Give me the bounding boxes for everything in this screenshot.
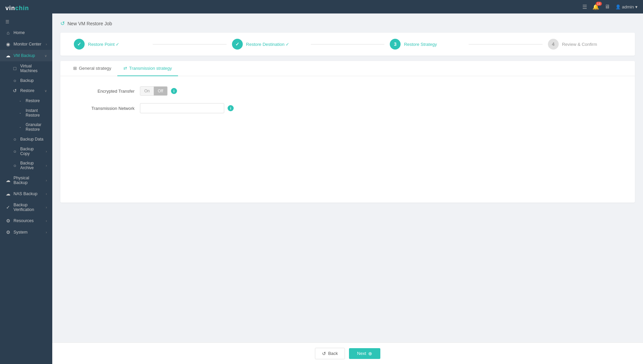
vm-backup-icon: ☁: [5, 53, 11, 58]
next-label: Next: [357, 351, 366, 356]
wizard-step-2: ✓ Restore Destination ✓: [232, 39, 305, 50]
notification-badge: 13: [596, 2, 602, 6]
alert-icon[interactable]: 🔔 13: [592, 4, 599, 10]
main-area: ☰ 🔔 13 🖥 👤 admin ▾ ↺ New VM Restore Job …: [52, 0, 643, 364]
wizard-connector-3: [469, 44, 542, 44]
wizard-connector-2: [311, 44, 384, 44]
sidebar-item-backup-verification[interactable]: ✓ Backup Verification ›: [0, 200, 52, 215]
sidebar-item-backup-copy[interactable]: ○ Backup Copy ›: [9, 144, 52, 158]
sidebar-item-restore[interactable]: ↺ Restore ∨: [9, 86, 52, 96]
chevron-right-icon-system: ›: [46, 231, 47, 234]
desktop-icon[interactable]: 🖥: [605, 4, 610, 10]
chevron-right-icon-archive: ›: [46, 164, 47, 168]
sidebar-item-home[interactable]: ⌂ Home: [0, 27, 52, 38]
encrypted-transfer-label: Encrypted Transfer: [74, 89, 135, 94]
sidebar-label-vms: Virtual Machines: [20, 64, 47, 73]
sidebar-item-nas-backup[interactable]: ☁ NAS Backup ›: [0, 188, 52, 200]
transmission-network-row: Transmission Network i: [74, 103, 621, 113]
encrypted-transfer-row: Encrypted Transfer On Off i: [74, 86, 621, 96]
wizard-connector-1: [153, 44, 226, 44]
sidebar-item-vm-backup[interactable]: ☁ VM Backup ∨: [0, 50, 52, 61]
strategy-tabs: ⊞ General strategy ⇄ Transmission strate…: [60, 61, 635, 76]
sidebar-label-verification: Backup Verification: [13, 203, 43, 212]
restore-header-icon: ↺: [60, 20, 65, 27]
sidebar-label-backup-copy: Backup Copy: [20, 147, 43, 156]
sidebar-label-vm-backup: VM Backup: [13, 53, 35, 58]
sidebar-item-granular-restore[interactable]: · Granular Restore: [15, 120, 52, 134]
sidebar-item-backup[interactable]: ○ Backup: [9, 75, 52, 86]
sidebar-item-restore-sub[interactable]: · Restore: [15, 96, 52, 106]
page-title: New VM Restore Job: [67, 21, 112, 26]
logo-text: vinchin: [5, 5, 29, 12]
chevron-down-icon-restore: ∨: [45, 89, 47, 93]
chevron-right-icon-physical: ›: [46, 179, 47, 182]
notifications-button[interactable]: ☰: [582, 4, 587, 10]
logo-vin: vin: [5, 5, 15, 11]
logo: vinchin: [0, 0, 52, 17]
physical-backup-icon: ☁: [5, 178, 11, 183]
transmission-tab-label: Transmission strategy: [129, 66, 172, 71]
backup-archive-icon: ○: [12, 163, 18, 168]
step-2-label: Restore Destination ✓: [246, 42, 290, 47]
user-dropdown-icon: ▾: [635, 4, 638, 9]
chevron-right-icon-resources: ›: [46, 219, 47, 223]
wizard-step-4: 4 Review & Confirm: [548, 39, 621, 50]
sidebar-label-instant-restore: Instant Restore: [26, 108, 47, 118]
transmission-network-info-icon[interactable]: i: [228, 105, 234, 111]
sidebar-item-resources[interactable]: ⚙ Resources ›: [0, 215, 52, 226]
user-label: admin: [622, 4, 634, 9]
step-4-label: Review & Confirm: [562, 42, 597, 47]
sidebar-label-restore: Restore: [20, 88, 34, 93]
chevron-right-icon-verification: ›: [46, 206, 47, 209]
tab-transmission-strategy[interactable]: ⇄ Transmission strategy: [117, 61, 178, 76]
transmission-network-label: Transmission Network: [74, 106, 135, 111]
back-button[interactable]: ↺ Back: [315, 348, 345, 359]
sidebar-item-monitor-center[interactable]: ◉ Monitor Center ›: [0, 38, 52, 50]
logo-chin: chin: [15, 5, 29, 11]
sidebar-item-physical-backup[interactable]: ☁ Physical Backup ›: [0, 173, 52, 188]
next-button[interactable]: Next ⊕: [349, 348, 380, 359]
sidebar-item-instant-restore[interactable]: · Instant Restore: [15, 106, 52, 120]
granular-restore-icon: ·: [18, 124, 23, 130]
wizard-step-3: 3 Restore Strategy: [390, 39, 463, 50]
encrypted-transfer-toggle[interactable]: On Off: [140, 86, 168, 96]
sidebar-label-restore-sub: Restore: [26, 98, 40, 103]
step-4-number: 4: [548, 39, 559, 50]
instant-restore-icon: ·: [18, 110, 23, 116]
toggle-off-label: Off: [154, 87, 167, 95]
sidebar-item-backup-archive[interactable]: ○ Backup Archive ›: [9, 158, 52, 173]
user-menu[interactable]: 👤 admin ▾: [615, 4, 638, 9]
sidebar-label-nas: NAS Backup: [13, 191, 37, 196]
bottom-bar: ↺ Back Next ⊕: [52, 342, 643, 364]
menu-toggle[interactable]: ☰: [0, 17, 52, 27]
sidebar-item-system[interactable]: ⚙ System ›: [0, 226, 52, 238]
sidebar-label-system: System: [13, 230, 28, 235]
restore-icon: ↺: [12, 88, 18, 93]
wizard-step-1: ✓ Restore Point ✓: [74, 39, 147, 50]
transmission-network-input[interactable]: [140, 103, 224, 113]
resources-icon: ⚙: [5, 218, 11, 223]
form-card: ⊞ General strategy ⇄ Transmission strate…: [60, 61, 635, 203]
chevron-right-icon-nas: ›: [46, 192, 47, 196]
tab-general-strategy[interactable]: ⊞ General strategy: [67, 61, 117, 76]
general-tab-label: General strategy: [79, 66, 111, 71]
backup-data-icon: ○: [12, 136, 18, 142]
backup-copy-icon: ○: [12, 149, 18, 154]
chevron-right-icon: ›: [46, 42, 47, 46]
step-1-number: ✓: [74, 39, 85, 50]
restore-sub-icon: ·: [18, 98, 23, 103]
sidebar-item-backup-data[interactable]: ○ Backup Data: [9, 134, 52, 144]
sidebar-label-resources: Resources: [13, 218, 34, 223]
step-2-number: ✓: [232, 39, 243, 50]
next-icon: ⊕: [368, 351, 372, 356]
vm-backup-submenu: □ Virtual Machines ○ Backup ↺ Restore ∨ …: [0, 61, 52, 173]
sidebar-item-virtual-machines[interactable]: □ Virtual Machines: [9, 61, 52, 75]
transmission-network-control: i: [140, 103, 234, 113]
wizard-steps: ✓ Restore Point ✓ ✓ Restore Destination …: [60, 33, 635, 56]
system-icon: ⚙: [5, 230, 11, 235]
chevron-down-icon: ∨: [45, 54, 47, 58]
back-icon: ↺: [322, 351, 326, 356]
page-header: ↺ New VM Restore Job: [60, 20, 635, 27]
toggle-on-label: On: [140, 87, 154, 95]
encrypted-transfer-info-icon[interactable]: i: [171, 88, 177, 94]
